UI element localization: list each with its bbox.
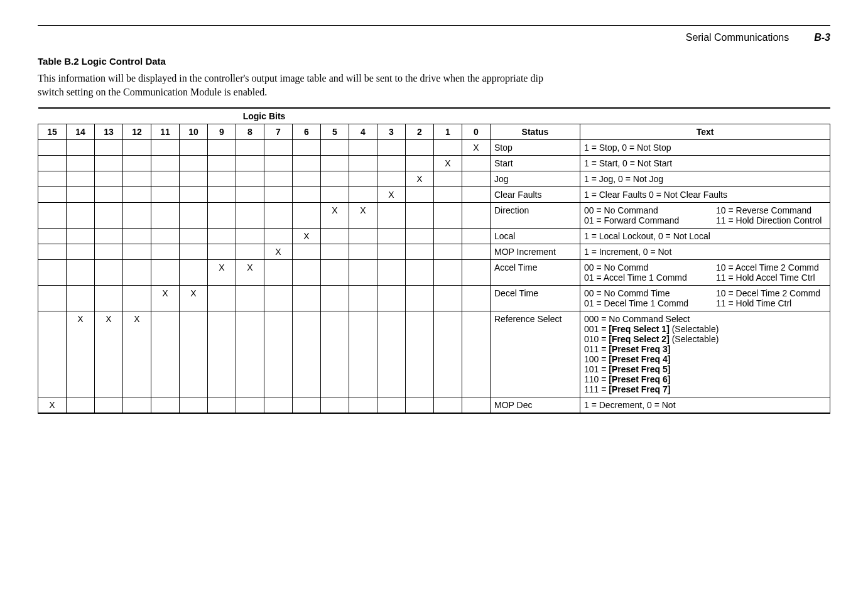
bit-cell	[236, 187, 264, 203]
bit-cell	[38, 187, 67, 203]
bit-header: 14	[67, 124, 95, 140]
bit-cell	[38, 229, 67, 244]
bit-cell	[123, 187, 151, 203]
bit-cell	[95, 286, 123, 311]
bit-cell	[377, 286, 406, 311]
bit-cell	[67, 397, 95, 414]
bit-cell	[95, 187, 123, 203]
bit-cell	[151, 187, 180, 203]
bit-cell	[38, 311, 67, 397]
bit-cell	[377, 156, 406, 171]
bit-cell	[462, 171, 491, 187]
bit-cell	[434, 203, 462, 229]
bit-cell	[293, 260, 321, 286]
table-row: XStart1 = Start, 0 = Not Start	[38, 156, 830, 171]
bit-cell	[462, 187, 491, 203]
bit-cell: X	[264, 244, 293, 260]
table-row: XLocal1 = Local Lockout, 0 = Not Local	[38, 229, 830, 244]
bit-cell	[123, 244, 151, 260]
bit-cell	[406, 286, 434, 311]
table-caption: Table B.2 Logic Control Data	[38, 56, 830, 67]
bit-header: 4	[349, 124, 377, 140]
bit-cell	[349, 260, 377, 286]
bit-cell	[236, 229, 264, 244]
bit-cell	[293, 286, 321, 311]
bit-header: 11	[151, 124, 180, 140]
bit-cell	[349, 156, 377, 171]
bit-cell	[293, 397, 321, 414]
bit-cell	[151, 260, 180, 286]
bit-cell	[67, 260, 95, 286]
status-cell: MOP Dec	[491, 397, 580, 414]
table-row: XStop1 = Stop, 0 = Not Stop	[38, 140, 830, 156]
text-cell: 1 = Jog, 0 = Not Jog	[580, 171, 830, 187]
bit-cell	[67, 187, 95, 203]
bit-cell	[462, 397, 491, 414]
bit-cell	[67, 140, 95, 156]
bit-cell	[321, 229, 349, 244]
status-cell: Decel Time	[491, 286, 580, 311]
bit-cell	[434, 286, 462, 311]
bit-cell	[180, 171, 208, 187]
bit-cell	[377, 229, 406, 244]
text-cell: 000 = No Command Select001 = [Freq Selec…	[580, 311, 830, 397]
bit-cell	[349, 286, 377, 311]
bit-cell	[434, 171, 462, 187]
table-row: XMOP Increment1 = Increment, 0 = Not	[38, 244, 830, 260]
bit-cell	[123, 397, 151, 414]
bit-cell	[180, 311, 208, 397]
table-row: XClear Faults1 = Clear Faults 0 = Not Cl…	[38, 187, 830, 203]
bit-cell	[95, 229, 123, 244]
bit-cell	[377, 260, 406, 286]
bit-cell	[95, 244, 123, 260]
bit-cell	[434, 244, 462, 260]
bit-cell	[264, 203, 293, 229]
bit-cell	[377, 244, 406, 260]
bit-cell	[151, 203, 180, 229]
bit-cell	[180, 244, 208, 260]
bit-cell	[67, 229, 95, 244]
bit-cell	[321, 171, 349, 187]
bit-cell	[293, 140, 321, 156]
text-cell: 1 = Increment, 0 = Not	[580, 244, 830, 260]
bit-cell	[462, 286, 491, 311]
bit-cell	[123, 156, 151, 171]
empty-header	[580, 108, 830, 124]
bit-cell	[38, 286, 67, 311]
bit-cell	[264, 156, 293, 171]
bit-cell	[236, 244, 264, 260]
bit-cell: X	[208, 260, 236, 286]
bit-cell	[95, 171, 123, 187]
bit-cell	[264, 140, 293, 156]
bit-cell	[264, 286, 293, 311]
bit-cell	[67, 203, 95, 229]
bit-cell	[208, 203, 236, 229]
bit-cell	[236, 397, 264, 414]
bit-cell	[151, 229, 180, 244]
bit-cell: X	[293, 229, 321, 244]
bit-cell	[236, 156, 264, 171]
bit-cell	[406, 260, 434, 286]
bit-cell: X	[38, 397, 67, 414]
bit-cell	[208, 286, 236, 311]
status-cell: Direction	[491, 203, 580, 229]
bit-cell	[151, 311, 180, 397]
bit-cell	[377, 171, 406, 187]
bit-cell	[406, 187, 434, 203]
bit-cell	[293, 171, 321, 187]
bit-cell	[236, 311, 264, 397]
status-cell: Accel Time	[491, 260, 580, 286]
bit-cell	[236, 286, 264, 311]
bit-cell	[151, 171, 180, 187]
text-cell: 00 = No Command10 = Reverse Command01 = …	[580, 203, 830, 229]
status-cell: Reference Select	[491, 311, 580, 397]
bit-cell	[123, 171, 151, 187]
bit-header: 5	[321, 124, 349, 140]
bit-cell	[434, 260, 462, 286]
bit-cell: X	[123, 311, 151, 397]
table-row: XJog1 = Jog, 0 = Not Jog	[38, 171, 830, 187]
intro-paragraph: This information will be displayed in th…	[38, 72, 553, 99]
bit-cell	[462, 203, 491, 229]
bit-cell: X	[406, 171, 434, 187]
bit-header: 12	[123, 124, 151, 140]
